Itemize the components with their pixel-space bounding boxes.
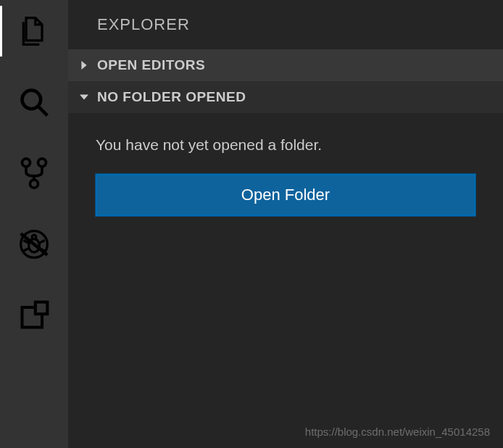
svg-point-2 bbox=[22, 159, 30, 167]
svg-point-7 bbox=[32, 235, 36, 239]
activity-extensions-icon[interactable] bbox=[16, 297, 52, 333]
svg-point-3 bbox=[38, 159, 46, 167]
svg-line-9 bbox=[39, 241, 44, 244]
activity-search-icon[interactable] bbox=[16, 84, 52, 120]
empty-message: You have not yet opened a folder. bbox=[96, 136, 475, 154]
open-editors-section[interactable]: OPEN EDITORS bbox=[68, 49, 503, 81]
activity-debug-icon[interactable] bbox=[16, 226, 52, 262]
svg-point-4 bbox=[30, 180, 38, 188]
chevron-right-icon bbox=[78, 59, 90, 71]
content-area: You have not yet opened a folder. Open F… bbox=[68, 113, 503, 448]
activity-bar bbox=[0, 0, 68, 448]
sidebar-header: EXPLORER bbox=[68, 0, 503, 49]
explorer-sidebar: EXPLORER OPEN EDITORS NO FOLDER OPENED Y… bbox=[68, 0, 503, 448]
activity-explorer-icon[interactable] bbox=[16, 13, 52, 49]
no-folder-section[interactable]: NO FOLDER OPENED bbox=[68, 81, 503, 113]
activity-source-control-icon[interactable] bbox=[16, 155, 52, 191]
svg-point-0 bbox=[22, 91, 41, 109]
watermark-text: https://blog.csdn.net/weixin_45014258 bbox=[305, 426, 490, 438]
no-folder-label: NO FOLDER OPENED bbox=[97, 89, 246, 105]
svg-line-1 bbox=[38, 107, 48, 116]
open-editors-label: OPEN EDITORS bbox=[97, 57, 205, 73]
open-folder-button[interactable]: Open Folder bbox=[96, 174, 475, 216]
sidebar-title: EXPLORER bbox=[97, 15, 190, 34]
svg-rect-14 bbox=[36, 302, 47, 315]
svg-line-10 bbox=[23, 249, 28, 252]
chevron-down-icon bbox=[78, 91, 90, 103]
